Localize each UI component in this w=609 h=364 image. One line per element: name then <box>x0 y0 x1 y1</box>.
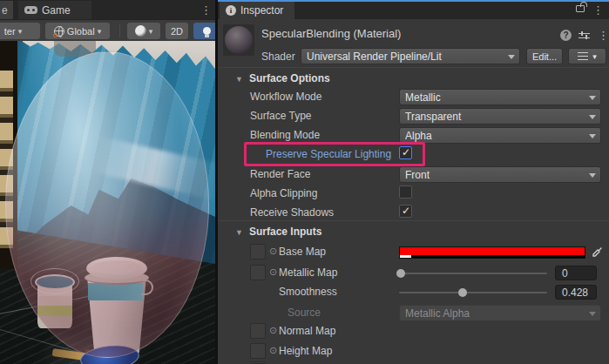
material-title: SpecularBlending (Material) <box>261 27 401 40</box>
source-dropdown: Metallic Alpha <box>399 305 601 321</box>
object-picker-icon[interactable]: ⊙ <box>269 266 277 278</box>
tab-game-label: Game <box>42 4 71 17</box>
tab-inspector[interactable]: i Inspector <box>220 2 294 19</box>
alpha-clipping-checkbox[interactable] <box>399 185 412 199</box>
globe-icon <box>54 26 64 37</box>
smoothness-value-field[interactable]: 0.428 <box>555 285 597 300</box>
help-icon[interactable]: ? <box>560 30 572 41</box>
receive-shadows-checkbox[interactable] <box>399 205 412 218</box>
game-toolbar: ter ▾ Global ▾ ▾ 2D <box>0 19 215 41</box>
source-label: Source <box>288 307 321 319</box>
blending-mode-label: Blending Mode <box>250 129 320 141</box>
material-header: SpecularBlending (Material) ? ⋮ Shader U… <box>218 19 609 67</box>
metallic-value-field[interactable]: 0 <box>555 266 597 280</box>
dropdown-arrow-icon <box>589 312 596 316</box>
inspector-menu-icon[interactable]: ⋮ <box>592 4 604 16</box>
height-map-texture-slot[interactable] <box>250 343 266 359</box>
render-queue-menu-button[interactable]: ▾ <box>568 48 606 64</box>
alpha-clipping-label: Alpha Clipping <box>250 187 317 199</box>
game-panel-menu-icon[interactable]: ⋮ <box>200 4 212 16</box>
metallic-map-texture-slot[interactable] <box>250 265 266 280</box>
base-map-label: Base Map <box>279 246 326 258</box>
globe-dot <box>53 33 58 37</box>
2d-toggle-button[interactable]: 2D <box>166 23 188 39</box>
chevron-down-icon: ▾ <box>18 27 23 36</box>
surface-inputs-header[interactable]: Surface Inputs <box>249 226 321 238</box>
preserve-specular-checkbox[interactable] <box>399 146 412 159</box>
section-separator <box>218 67 609 68</box>
lightbulb-icon <box>203 27 211 35</box>
tab-scene-partial[interactable]: e <box>0 1 13 19</box>
shading-sphere-icon <box>135 25 146 37</box>
metallic-map-label: Metallic Map <box>279 266 337 279</box>
object-picker-icon[interactable]: ⊙ <box>269 246 277 257</box>
surface-options-header[interactable]: Surface Options <box>249 72 330 84</box>
section-separator <box>218 220 609 221</box>
chevron-down-icon: ▾ <box>592 52 597 61</box>
chevron-down-icon: ▾ <box>98 27 102 36</box>
info-icon: i <box>226 5 236 16</box>
base-map-texture-slot[interactable] <box>250 244 266 260</box>
workflow-mode-label: Workflow Mode <box>250 91 321 103</box>
unlock-icon[interactable] <box>576 5 585 12</box>
preserve-specular-label: Preserve Specular Lighting <box>266 148 391 160</box>
blending-mode-dropdown[interactable]: Alpha <box>399 127 601 144</box>
foldout-triangle-icon[interactable]: ▼ <box>235 228 243 237</box>
orientation-global-button[interactable]: Global ▾ <box>45 23 110 39</box>
pivot-button[interactable]: ter ▾ <box>0 23 40 39</box>
shading-mode-button[interactable]: ▾ <box>127 23 160 39</box>
smoothness-slider[interactable] <box>399 285 547 300</box>
shader-label: Shader <box>261 51 295 63</box>
normal-map-texture-slot[interactable] <box>250 323 266 339</box>
dropdown-arrow-icon <box>508 55 515 59</box>
dropdown-arrow-icon <box>589 173 596 178</box>
slider-handle[interactable] <box>458 288 467 297</box>
material-sphere-icon <box>225 26 253 54</box>
toolbar-divider <box>119 24 120 37</box>
material-menu-icon[interactable]: ⋮ <box>598 30 609 41</box>
list-icon <box>578 52 588 60</box>
normal-map-label: Normal Map <box>279 325 335 337</box>
height-map-label: Height Map <box>279 345 332 357</box>
transparent-sphere <box>5 51 209 358</box>
eyedropper-icon[interactable] <box>591 246 603 259</box>
workflow-mode-dropdown[interactable]: Metallic <box>399 89 601 105</box>
base-map-color-swatch[interactable] <box>399 246 585 259</box>
receive-shadows-label: Receive Shadows <box>250 206 334 219</box>
edit-shader-button[interactable]: Edit... <box>526 48 563 64</box>
inspector-panel: i Inspector ⋮ SpecularBlending (Material… <box>218 0 609 364</box>
material-preview[interactable] <box>223 24 254 56</box>
dropdown-arrow-icon <box>589 134 596 138</box>
alpha-bar <box>400 255 585 258</box>
game-panel: e Game ⋮ ter ▾ Global ▾ ▾ 2D <box>0 0 215 364</box>
unity-editor: e Game ⋮ ter ▾ Global ▾ ▾ 2D <box>0 0 609 364</box>
object-picker-icon[interactable]: ⊙ <box>269 325 277 336</box>
render-face-dropdown[interactable]: Front <box>399 166 601 183</box>
surface-type-label: Surface Type <box>250 110 312 122</box>
game-tab-bar: e Game ⋮ <box>0 0 215 19</box>
surface-type-dropdown[interactable]: Transparent <box>399 108 601 125</box>
tab-inspector-label: Inspector <box>240 4 283 17</box>
tab-game[interactable]: Game <box>18 1 91 19</box>
smoothness-label: Smoothness <box>279 286 337 298</box>
object-picker-icon[interactable]: ⊙ <box>269 345 277 356</box>
gamepad-icon <box>24 6 37 14</box>
foldout-triangle-icon[interactable]: ▼ <box>235 75 243 84</box>
metallic-slider[interactable] <box>399 266 547 281</box>
inspector-tab-bar: i Inspector ⋮ <box>218 2 609 19</box>
game-viewport[interactable] <box>0 41 215 364</box>
shader-dropdown[interactable]: Universal Render Pipeline/Lit <box>301 48 520 64</box>
dropdown-arrow-icon <box>589 115 596 119</box>
slider-handle[interactable] <box>396 269 405 278</box>
render-face-label: Render Face <box>250 168 310 180</box>
chevron-down-icon: ▾ <box>149 27 153 36</box>
dropdown-arrow-icon <box>589 96 596 100</box>
